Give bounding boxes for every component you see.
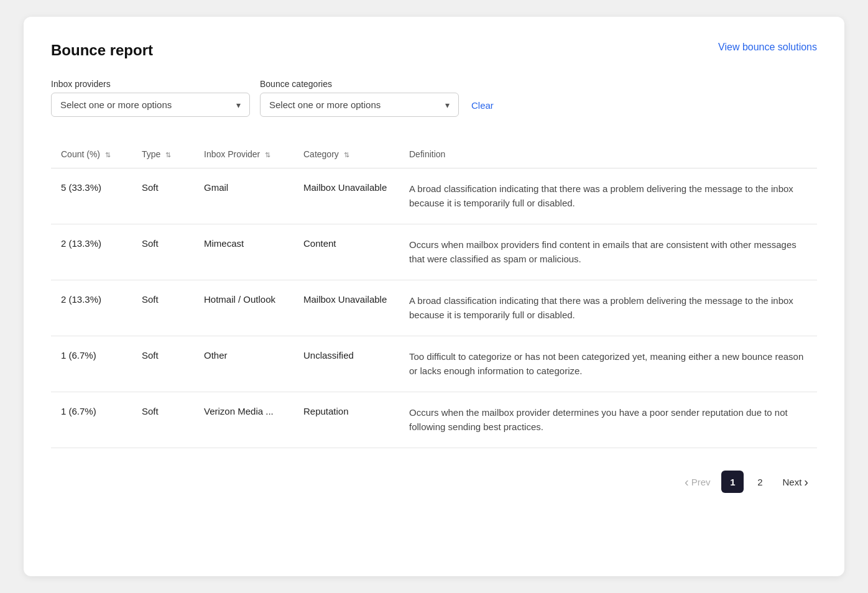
cell-count: 2 (13.3%) — [51, 280, 132, 336]
th-count[interactable]: Count (%) ⇅ — [51, 142, 132, 168]
th-definition: Definition — [399, 142, 817, 168]
cell-type: Soft — [132, 224, 194, 280]
clear-button[interactable]: Clear — [469, 94, 496, 117]
table-row: 1 (6.7%) Soft Verizon Media ... Reputati… — [51, 392, 817, 448]
sort-type-icon: ⇅ — [165, 151, 171, 159]
cell-type: Soft — [132, 336, 194, 392]
cell-type: Soft — [132, 280, 194, 336]
inbox-providers-filter-group: Inbox providers Select one or more optio… — [51, 79, 250, 117]
cell-count: 1 (6.7%) — [51, 392, 132, 448]
cell-definition: Too difficult to categorize or has not b… — [399, 336, 817, 392]
inbox-providers-select[interactable]: Select one or more options ▾ — [51, 93, 250, 117]
page-2-button[interactable]: 2 — [749, 471, 771, 493]
sort-count-icon: ⇅ — [105, 151, 111, 159]
cell-category: Unclassified — [293, 336, 399, 392]
bounce-categories-label: Bounce categories — [260, 79, 459, 89]
chevron-right-icon — [804, 475, 808, 489]
bounce-categories-placeholder: Select one or more options — [269, 99, 438, 110]
bounce-categories-filter-group: Bounce categories Select one or more opt… — [260, 79, 459, 117]
inbox-providers-label: Inbox providers — [51, 79, 250, 89]
bounce-table-container: Count (%) ⇅ Type ⇅ Inbox Provider ⇅ Cate… — [51, 142, 817, 448]
th-inbox-provider[interactable]: Inbox Provider ⇅ — [194, 142, 293, 168]
prev-button[interactable]: Prev — [678, 471, 717, 493]
next-button[interactable]: Next — [776, 471, 815, 493]
cell-category: Reputation — [293, 392, 399, 448]
bounce-report-card: Bounce report View bounce solutions Inbo… — [24, 17, 844, 576]
cell-count: 5 (33.3%) — [51, 168, 132, 224]
sort-provider-icon: ⇅ — [265, 151, 270, 159]
page-1-button[interactable]: 1 — [721, 471, 744, 493]
cell-definition: A broad classification indicating that t… — [399, 280, 817, 336]
table-row: 2 (13.3%) Soft Hotmail / Outlook Mailbox… — [51, 280, 817, 336]
cell-category: Mailbox Unavailable — [293, 280, 399, 336]
view-solutions-link[interactable]: View bounce solutions — [718, 42, 817, 53]
cell-provider: Gmail — [194, 168, 293, 224]
table-row: 5 (33.3%) Soft Gmail Mailbox Unavailable… — [51, 168, 817, 224]
inbox-providers-placeholder: Select one or more options — [60, 99, 229, 110]
cell-provider: Verizon Media ... — [194, 392, 293, 448]
pagination: Prev 1 2 Next — [51, 471, 817, 493]
th-category[interactable]: Category ⇅ — [293, 142, 399, 168]
cell-type: Soft — [132, 392, 194, 448]
inbox-providers-chevron-down-icon: ▾ — [236, 100, 241, 110]
th-type[interactable]: Type ⇅ — [132, 142, 194, 168]
cell-count: 1 (6.7%) — [51, 336, 132, 392]
cell-category: Mailbox Unavailable — [293, 168, 399, 224]
cell-type: Soft — [132, 168, 194, 224]
cell-provider: Mimecast — [194, 224, 293, 280]
cell-provider: Other — [194, 336, 293, 392]
sort-category-icon: ⇅ — [344, 151, 349, 159]
cell-definition: Occurs when the mailbox provider determi… — [399, 392, 817, 448]
cell-category: Content — [293, 224, 399, 280]
page-title: Bounce report — [51, 42, 153, 59]
header-row: Bounce report View bounce solutions — [51, 42, 817, 59]
chevron-left-icon — [685, 475, 689, 489]
table-header-row: Count (%) ⇅ Type ⇅ Inbox Provider ⇅ Cate… — [51, 142, 817, 168]
filters-row: Inbox providers Select one or more optio… — [51, 79, 817, 117]
cell-definition: Occurs when mailbox providers find conte… — [399, 224, 817, 280]
bounce-categories-select[interactable]: Select one or more options ▾ — [260, 93, 459, 117]
table-row: 2 (13.3%) Soft Mimecast Content Occurs w… — [51, 224, 817, 280]
cell-provider: Hotmail / Outlook — [194, 280, 293, 336]
cell-definition: A broad classification indicating that t… — [399, 168, 817, 224]
bounce-categories-chevron-down-icon: ▾ — [445, 100, 450, 110]
table-row: 1 (6.7%) Soft Other Unclassified Too dif… — [51, 336, 817, 392]
bounce-table: Count (%) ⇅ Type ⇅ Inbox Provider ⇅ Cate… — [51, 142, 817, 448]
cell-count: 2 (13.3%) — [51, 224, 132, 280]
